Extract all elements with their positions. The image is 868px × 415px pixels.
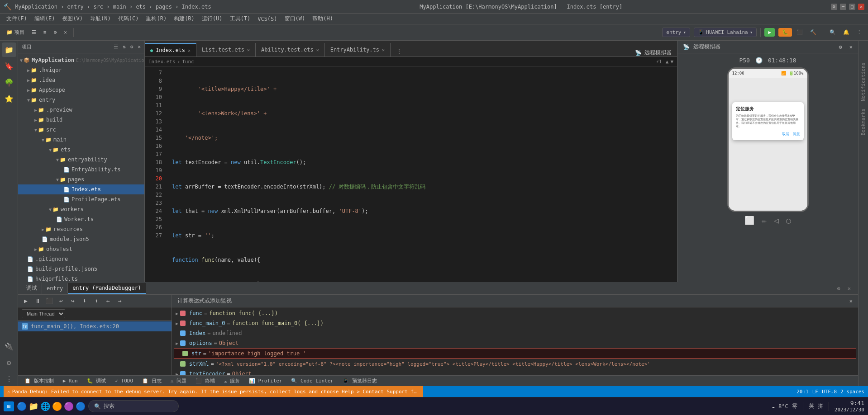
back-btn[interactable]: ✏ <box>762 216 767 225</box>
preview-log-btn[interactable]: 📱 预览器日志 <box>340 376 380 386</box>
taskbar-edge[interactable]: 🌐 <box>41 402 49 410</box>
tree-item-ets[interactable]: ▼ 📁 ets <box>18 145 144 155</box>
tab-debug[interactable]: 调试 <box>22 283 42 294</box>
debug-step-right-btn[interactable]: → <box>115 296 125 306</box>
fold-icon[interactable]: ⚡1 <box>656 59 662 65</box>
tree-item-index-ets[interactable]: 📄 Index.ets <box>18 184 144 194</box>
taskbar-explorer[interactable]: 📁 <box>29 402 38 410</box>
tab-panda-debugger[interactable]: entry (PandaDebugger) <box>68 283 146 294</box>
expr-index[interactable]: ▶ Index = undefined <box>172 328 858 338</box>
debug-step-into-btn[interactable]: ↪ <box>68 296 78 306</box>
menu-window[interactable]: 窗口(W) <box>282 14 308 24</box>
expr-str[interactable]: ▶ str = 'importance high logged true ' <box>174 349 856 358</box>
dialog-confirm-btn[interactable]: 同意 <box>793 132 800 137</box>
version-control-btn[interactable]: 📋 版本控制 <box>22 376 57 386</box>
sidebar-close-icon[interactable]: ✕ <box>138 44 141 50</box>
taskbar-vscode[interactable]: 🔵 <box>18 402 26 410</box>
tree-item-build[interactable]: ▶ 📁 build <box>18 115 144 125</box>
code-linter-btn[interactable]: 🔍 Code Linter <box>288 377 336 385</box>
taskbar-app2[interactable]: 🟣 <box>65 402 73 410</box>
debug-frame-0[interactable]: fn func_main_0(), Index.ets:20 <box>18 321 172 331</box>
service-btn[interactable]: ☁ 服务 <box>221 376 243 386</box>
task-input-method[interactable]: 拼 <box>818 402 823 410</box>
tree-item-module-json5[interactable]: 📄 module.json5 <box>18 234 144 244</box>
vtab-settings-2[interactable]: ⚙ <box>2 355 16 370</box>
code-content[interactable]: '<title>Happy</title>' + '<lens>Work</le… <box>167 67 677 282</box>
vtab-plugins[interactable]: 🔌 <box>2 339 16 354</box>
sidebar-layout-icon[interactable]: ⇅ <box>123 44 126 50</box>
todo-btn[interactable]: ✓ TODO <box>112 377 136 385</box>
menu-tools[interactable]: 工具(T) <box>227 14 253 24</box>
debug-pause-btn[interactable]: ⏸ <box>33 296 43 306</box>
rvtab-notifications[interactable]: Notifications <box>858 59 868 105</box>
taskbar-search-box[interactable]: 🔍 搜索 <box>88 400 179 412</box>
tab-overflow-more[interactable]: ⋮ <box>392 46 406 57</box>
menu-code[interactable]: 代码(C) <box>115 14 142 24</box>
emulator-settings-icon[interactable]: ⚙ <box>839 44 842 50</box>
tab-close-index[interactable]: ✕ <box>188 48 191 53</box>
taskbar-start-btn[interactable]: ⊞ <box>4 401 14 411</box>
tree-item-worker-ts[interactable]: 📄 Worker.ts <box>18 214 144 224</box>
menu-build[interactable]: 构建(B) <box>171 14 197 24</box>
toolbar-close[interactable]: ✕ <box>61 28 70 37</box>
tree-item-myapp[interactable]: ▼ 📦 MyApplication E:\HarmonyOS\MyApplica… <box>18 55 144 65</box>
status-indent[interactable]: 2 spaces <box>840 389 864 395</box>
tree-item-ohostest[interactable]: ▶ 📁 ohosTest <box>18 244 144 254</box>
debug-step-down-btn[interactable]: ⬇ <box>80 296 90 306</box>
stop-button[interactable]: ⬛ <box>794 28 806 37</box>
taskbar-app1[interactable]: 🟠 <box>53 402 61 410</box>
vtab-favorites[interactable]: ⭐ <box>2 91 16 106</box>
tab-entry-ability[interactable]: EntryAbility.ts ✕ <box>325 43 391 57</box>
expr-textencoder[interactable]: ▶ textEncoder = Object <box>172 369 858 375</box>
menu-help[interactable]: 帮助(H) <box>310 14 336 24</box>
taskbar-clock[interactable]: 9:41 2023/12/30 <box>835 400 864 413</box>
toolbar-project[interactable]: 📁 项目 <box>4 28 27 37</box>
tab-close-list[interactable]: ✕ <box>247 47 250 52</box>
status-charset[interactable]: UTF-8 <box>822 389 837 395</box>
chevron-up-icon[interactable]: ▲ <box>666 59 669 65</box>
debug-settings-icon[interactable]: ⚙ <box>834 285 844 292</box>
task-lang[interactable]: 英 <box>809 402 814 410</box>
minimize-button[interactable]: ─ <box>840 4 846 10</box>
debug-button[interactable]: 🐛 <box>778 28 792 37</box>
home-btn[interactable]: ⬜ <box>744 216 754 225</box>
expr-func[interactable]: ▶ func = function func( {...}) <box>172 308 858 318</box>
status-position[interactable]: 20:1 <box>796 389 809 395</box>
tree-item-entryability[interactable]: ▼ 📁 entryability <box>18 155 144 165</box>
tree-item-pages[interactable]: ▼ 📁 pages <box>18 174 144 184</box>
chevron-down-icon-editor[interactable]: ▼ <box>670 59 673 65</box>
recent-btn[interactable]: ◁ <box>774 216 779 225</box>
sidebar-menu-icon[interactable]: ☰ <box>114 44 118 50</box>
tab-close-entry[interactable]: ✕ <box>382 47 385 52</box>
tree-item-entry[interactable]: ▼ 📁 entry <box>18 95 144 105</box>
debug-stop-btn[interactable]: ⬛ <box>44 296 54 306</box>
menu-file[interactable]: 文件(F) <box>4 14 30 24</box>
run-btn-bottom[interactable]: ▶ Run <box>60 377 81 385</box>
toolbar-more[interactable]: ⋮ <box>854 28 864 37</box>
tree-item-entryability-ts[interactable]: 📄 EntryAbility.ts <box>18 165 144 174</box>
tab-close-ability[interactable]: ✕ <box>316 47 319 52</box>
debug-step-over-btn[interactable]: ↩ <box>56 296 66 306</box>
status-lf[interactable]: LF <box>812 389 818 395</box>
debug-close-icon[interactable]: ✕ <box>844 285 854 292</box>
expr-strxml[interactable]: ▶ strXml = '<?xml version="1.0" encoding… <box>172 359 858 369</box>
thread-selector[interactable]: Main Thread <box>22 309 65 318</box>
debug-step-left-btn[interactable]: ← <box>103 296 113 306</box>
tree-item-hvigorfile[interactable]: 📄 hvigorfile.ts <box>18 274 144 282</box>
expr-close-icon[interactable]: ✕ <box>849 298 853 304</box>
tab-list-test[interactable]: List.test.ets ✕ <box>196 43 256 57</box>
tree-item-hvigor[interactable]: ▶ 📁 .hvigor <box>18 65 144 75</box>
tree-item-main[interactable]: ▼ 📁 main <box>18 135 144 145</box>
vtab-structure[interactable]: 🌳 <box>2 75 16 90</box>
tree-item-preview[interactable]: ▶ 📁 .preview <box>18 105 144 115</box>
toolbar-menu-icon[interactable]: ☰ <box>29 28 39 37</box>
search-everywhere[interactable]: 🔍 <box>827 28 839 37</box>
menu-vcs[interactable]: VCS(S) <box>255 15 280 23</box>
problem-btn[interactable]: ⚠ 问题 <box>168 376 189 386</box>
debug-btn-bottom[interactable]: 🐛 调试 <box>84 376 109 386</box>
log-btn[interactable]: 📋 日志 <box>139 376 164 386</box>
vtab-bookmarks[interactable]: 🔖 <box>2 59 16 73</box>
tree-item-resources[interactable]: ▶ 📁 resources <box>18 224 144 234</box>
tab-entry[interactable]: entry <box>42 283 68 293</box>
tree-item-src[interactable]: ▼ 📁 src <box>18 125 144 135</box>
